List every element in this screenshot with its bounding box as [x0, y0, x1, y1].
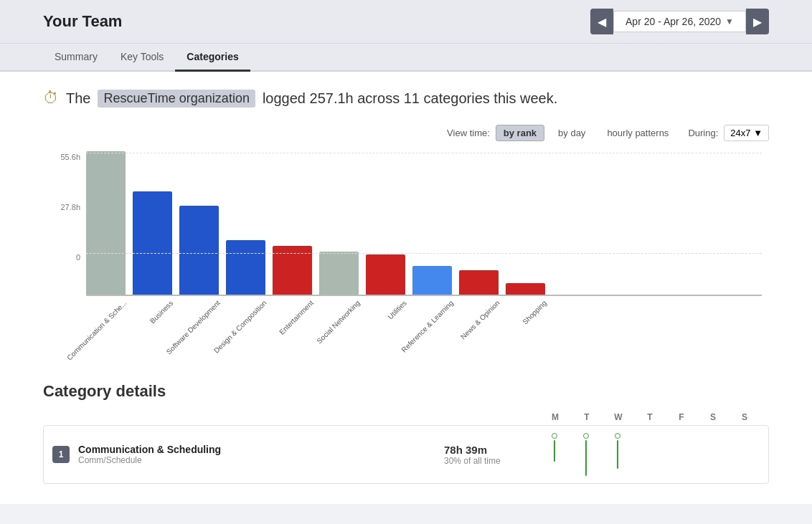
day-header-T-1: T: [571, 412, 603, 422]
bar-3[interactable]: [226, 240, 265, 295]
bar-label-4: Entertainment: [278, 299, 315, 336]
day-header-M-0: M: [539, 412, 571, 422]
next-date-button[interactable]: ▶: [746, 9, 769, 34]
category-details: Category details MTWTFSS 1Communication …: [43, 382, 769, 484]
tab-categories[interactable]: Categories: [175, 44, 250, 72]
day-dot-empty: [646, 433, 652, 439]
day-bar: [585, 440, 587, 476]
date-range-display: Apr 20 - Apr 26, 2020 ▼: [613, 11, 746, 32]
category-name: Communication & Scheduling: [78, 444, 435, 455]
prev-date-button[interactable]: ◀: [590, 9, 613, 34]
bar-0[interactable]: [86, 151, 126, 295]
category-time-main: 78h 39m: [444, 444, 530, 456]
category-row: 1Communication & SchedulingComm/Schedule…: [43, 425, 769, 484]
bar-label-7: Reference & Learning: [400, 299, 455, 354]
summary-line: ⏱ The RescueTime organization logged 257…: [43, 89, 769, 108]
day-cell-0: [539, 433, 570, 476]
rank-badge: 1: [52, 446, 70, 463]
bar-label-1: Business: [148, 299, 174, 325]
bar-label-6: Utilities: [386, 299, 408, 321]
bar-5[interactable]: [319, 252, 359, 295]
day-cell-6: [728, 433, 760, 476]
y-label-bottom: 0: [76, 253, 80, 262]
bar-7[interactable]: [412, 266, 452, 295]
category-details-title: Category details: [43, 382, 769, 401]
day-dot-empty: [678, 433, 684, 439]
y-label-mid: 27.8h: [60, 203, 80, 211]
day-cell-5: [697, 433, 728, 476]
bar-6[interactable]: [366, 254, 405, 295]
day-bar: [617, 440, 618, 469]
view-time-label: View time:: [447, 128, 490, 138]
day-bar: [554, 440, 555, 462]
gridline-top: [86, 153, 762, 153]
tab-key-tools[interactable]: Key Tools: [109, 44, 175, 72]
category-sub: Comm/Schedule: [78, 455, 435, 465]
clock-icon: ⏱: [43, 89, 59, 108]
day-cell-3: [633, 433, 665, 476]
date-dropdown-arrow-icon: ▼: [725, 16, 734, 27]
during-label: During:: [688, 128, 718, 138]
day-header-F-4: F: [666, 412, 697, 422]
bar-label-5: Social Networking: [315, 299, 361, 345]
date-navigator: ◀ Apr 20 - Apr 26, 2020 ▼ ▶: [590, 9, 769, 34]
day-dot: [552, 433, 557, 439]
category-days: [539, 433, 760, 476]
view-by-day-button[interactable]: by day: [550, 125, 593, 141]
during-dropdown-icon: ▼: [753, 128, 763, 138]
day-dot-empty: [741, 433, 747, 439]
bar-label-8: News & Opinion: [459, 299, 501, 340]
day-dot: [583, 433, 589, 439]
day-headers-row: MTWTFSS: [43, 412, 769, 425]
summary-pre-text: The: [66, 90, 90, 107]
day-header-W-2: W: [603, 412, 634, 422]
category-name-block: Communication & SchedulingComm/Schedule: [78, 444, 435, 465]
category-rows: 1Communication & SchedulingComm/Schedule…: [43, 425, 769, 484]
bar-label-9: Shopping: [521, 299, 548, 326]
day-cell-2: [602, 433, 633, 476]
day-dot-empty: [709, 433, 715, 439]
day-header-T-3: T: [634, 412, 666, 422]
day-header-S-6: S: [729, 412, 760, 422]
view-by-rank-button[interactable]: by rank: [496, 125, 544, 141]
nav-tabs: Summary Key Tools Categories: [0, 44, 812, 72]
day-header-S-5: S: [697, 412, 729, 422]
page-title: Your Team: [43, 12, 122, 31]
y-label-top: 55.6h: [60, 153, 80, 161]
day-cell-1: [570, 433, 602, 476]
view-controls: View time: by rank by day hourly pattern…: [43, 125, 769, 141]
day-dot: [615, 433, 620, 439]
org-name-highlight: RescueTime organization: [98, 90, 255, 108]
category-time-pct: 30% of all time: [444, 456, 530, 466]
summary-post-text: logged 257.1h across 11 categories this …: [263, 90, 557, 107]
view-hourly-button[interactable]: hourly patterns: [599, 125, 676, 141]
bar-8[interactable]: [459, 270, 499, 295]
chart-container: 55.6h 27.8h 0 Communication & Sche...Bus…: [43, 153, 769, 353]
category-time-block: 78h 39m30% of all time: [444, 444, 530, 466]
main-content: ⏱ The RescueTime organization logged 257…: [0, 72, 812, 504]
tab-summary[interactable]: Summary: [43, 44, 109, 72]
bar-2[interactable]: [179, 206, 219, 295]
bar-label-3: Design & Composition: [212, 299, 268, 355]
bar-1[interactable]: [133, 191, 172, 295]
day-cell-4: [665, 433, 697, 476]
gridline-mid: [86, 253, 762, 254]
bar-9[interactable]: [506, 283, 545, 295]
during-select[interactable]: 24x7 ▼: [724, 125, 769, 141]
